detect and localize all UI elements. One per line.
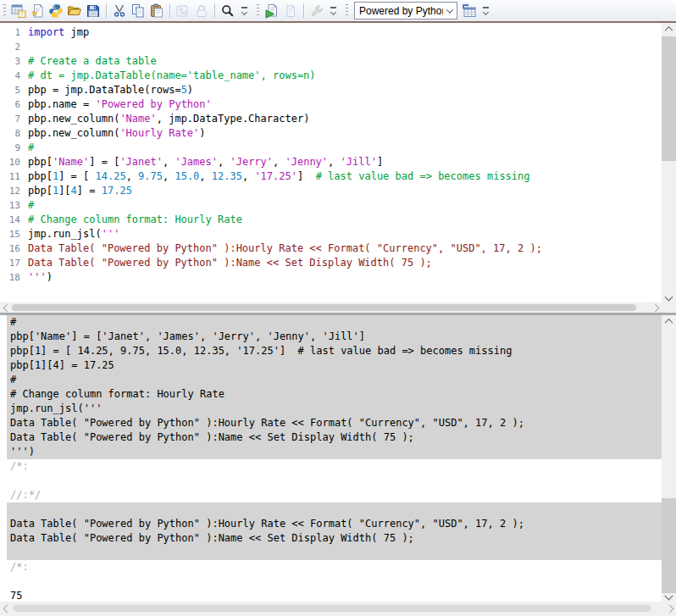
code-line[interactable]: 10pbp['Name'] = ['Janet', 'James', 'Jerr… (0, 155, 662, 169)
line-number: 1 (0, 25, 20, 40)
code-line[interactable]: 14# Change column format: Hourly Rate (0, 213, 662, 227)
line-number: 15 (0, 227, 20, 241)
code-text: ''') (20, 270, 53, 285)
log-pane[interactable]: #pbp['Name'] = ['Janet', 'James', 'Jerry… (0, 315, 662, 602)
script-page-icon (283, 3, 298, 19)
toolbar-overflow-button[interactable] (480, 3, 490, 19)
code-token: pbp.name = (28, 98, 95, 110)
search-button[interactable] (219, 2, 237, 20)
code-line[interactable]: 15jmp.run_jsl(''' (0, 227, 662, 241)
log-output-block[interactable]: /*://:*/ (7, 459, 662, 502)
new-data-table-button[interactable] (9, 2, 28, 20)
editor-hscroll-thumb[interactable] (12, 304, 636, 311)
code-token: jmp.run_jsl( (28, 228, 102, 240)
script-editor-pane[interactable]: 1import jmp23# Create a data table4# dt … (0, 23, 662, 302)
toolbar-separator (303, 3, 304, 18)
code-token: 9.75 (138, 170, 163, 182)
code-token: , (126, 170, 138, 182)
code-line[interactable]: 3# Create a data table (0, 54, 662, 69)
scroll-down-arrow-icon[interactable] (662, 590, 676, 602)
code-token: ''' (28, 271, 47, 283)
code-token: '17.25' (254, 170, 297, 182)
code-token: jmp (64, 26, 89, 38)
python-button[interactable] (47, 2, 65, 20)
new-script-button[interactable] (28, 2, 47, 20)
scroll-right-arrow-icon[interactable] (648, 302, 662, 313)
code-text: jmp.run_jsl(''' (20, 227, 119, 241)
editor-hscrollbar[interactable] (0, 302, 662, 313)
line-number: 14 (0, 213, 20, 227)
code-text: pbp[1][4] = 17.25 (20, 184, 132, 198)
toolbar-grip-handle[interactable] (346, 4, 348, 18)
line-number: 12 (0, 184, 20, 198)
jmp-script-window: { "toolbar": { "combo_value": "Powered b… (0, 0, 676, 616)
log-line: /*: (7, 459, 662, 474)
code-line[interactable]: 6pbp.name = 'Powered by Python' (0, 97, 662, 112)
code-line[interactable]: 1import jmp (0, 25, 662, 40)
script-language-combobox[interactable]: Powered by Python (354, 2, 457, 19)
line-number: 11 (0, 169, 20, 184)
code-token: pbp.new_column( (28, 127, 119, 139)
paste-button[interactable] (147, 2, 166, 20)
code-text: pbp.name = 'Powered by Python' (20, 97, 212, 112)
log-input-block[interactable]: #pbp['Name'] = ['Janet', 'James', 'Jerry… (7, 315, 662, 459)
open-folder-button[interactable] (65, 2, 84, 20)
code-line[interactable]: 8pbp.new_column('Hourly Rate') (0, 126, 662, 141)
scroll-down-arrow-icon[interactable] (662, 291, 676, 302)
log-hscroll-thumb[interactable] (14, 605, 651, 612)
code-line[interactable]: 2 (0, 40, 662, 54)
toolbar-separator (214, 3, 215, 18)
code-text: pbp[1] = [ 14.25, 9.75, 15.0, 12.35, '17… (20, 169, 530, 184)
goto-data-table-button[interactable] (460, 2, 479, 20)
code-line[interactable]: 4# dt = jmp.DataTable(name='table_name',… (0, 69, 662, 83)
code-line[interactable]: 11pbp[1] = [ 14.25, 9.75, 15.0, 12.35, '… (0, 169, 662, 184)
log-line (7, 546, 662, 560)
code-token: # (28, 199, 34, 211)
scroll-up-arrow-icon[interactable] (662, 23, 676, 35)
new-script-icon (30, 3, 45, 19)
code-token: # dt = jmp.DataTable(name='table_name', … (28, 69, 316, 81)
toolbar-group (0, 0, 253, 21)
log-line: 75 (7, 589, 662, 602)
code-line[interactable]: 18''') (0, 270, 662, 285)
code-token: 'Jerry' (230, 156, 273, 168)
editor-vscroll-thumb[interactable] (662, 36, 676, 161)
save-button[interactable] (84, 2, 103, 20)
code-text: pbp = jmp.DataTable(rows=5) (20, 83, 193, 97)
code-line[interactable]: 7pbp.new_column('Name', jmp.DataType.Cha… (0, 112, 662, 126)
log-vscroll-thumb[interactable] (662, 498, 676, 593)
scroll-up-arrow-icon[interactable] (662, 315, 676, 327)
code-line[interactable]: 5pbp = jmp.DataTable(rows=5) (0, 83, 662, 97)
toolbar-overflow-button[interactable] (328, 3, 338, 19)
log-vscrollbar[interactable] (662, 315, 676, 602)
log-hscrollbar[interactable] (0, 602, 676, 616)
log-line (7, 474, 662, 488)
code-line[interactable]: 9# (0, 141, 662, 155)
editor-vscrollbar[interactable] (662, 23, 676, 302)
code-line[interactable]: 12pbp[1][4] = 17.25 (0, 184, 662, 198)
code-line[interactable]: 13# (0, 198, 662, 213)
code-line[interactable]: 16Data Table( "Powered by Python" ):Hour… (0, 241, 662, 256)
code-token: 12.35 (212, 170, 242, 182)
toolbar-separator (106, 3, 107, 18)
chevron-down-icon (241, 9, 247, 15)
toolbar-overflow-button[interactable] (239, 3, 249, 19)
code-text: pbp['Name'] = ['Janet', 'James', 'Jerry'… (20, 155, 383, 169)
log-output-block[interactable]: /*:75 (7, 560, 662, 602)
log-line: Data Table( "Powered by Python" ):Hourly… (7, 517, 662, 531)
scroll-right-arrow-icon[interactable] (662, 602, 676, 616)
scroll-left-arrow-icon[interactable] (0, 602, 14, 616)
copy-button[interactable] (129, 2, 147, 20)
toolbar-group: Powered by Python (342, 0, 495, 21)
code-text (20, 40, 28, 54)
cut-button[interactable] (110, 2, 129, 20)
code-text: # Change column format: Hourly Rate (20, 213, 242, 227)
code-token: 'Jenny' (285, 156, 328, 168)
code-text: Data Table( "Powered by Python" ):Hourly… (20, 241, 542, 256)
log-input-block[interactable]: Data Table( "Powered by Python" ):Hourly… (7, 502, 662, 560)
toolbar-grip-handle[interactable] (257, 4, 259, 18)
chevron-down-icon[interactable] (443, 8, 457, 14)
toolbar-grip-handle[interactable] (3, 4, 6, 18)
code-line[interactable]: 17Data Table( "Powered by Python" ):Name… (0, 256, 662, 270)
run-script-button[interactable] (263, 2, 281, 20)
